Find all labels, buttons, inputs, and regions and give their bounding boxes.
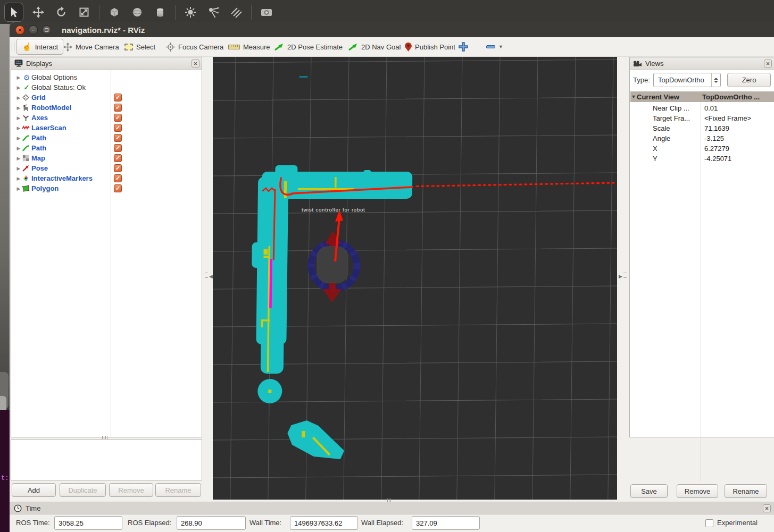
- focus-camera-tool[interactable]: Focus Camera: [166, 39, 223, 55]
- remove-tool-button[interactable]: ▼: [486, 39, 503, 55]
- path-enabled-checkbox[interactable]: ✓: [114, 134, 122, 142]
- robotmodel-enabled-checkbox[interactable]: ✓: [114, 104, 122, 112]
- close-panel-icon[interactable]: ✕: [764, 60, 772, 67]
- spinner-arrows-icon[interactable]: [711, 73, 720, 87]
- display-row-global-status[interactable]: ▶ ✓ Global Status: Ok: [15, 82, 86, 92]
- select-label: Select: [136, 43, 155, 51]
- display-row-grid[interactable]: ▶ Grid: [15, 92, 46, 103]
- views-panel-header[interactable]: Views ✕: [630, 57, 774, 70]
- directional-light-icon[interactable]: [228, 4, 244, 20]
- view-prop-value[interactable]: -3.125: [704, 134, 724, 142]
- display-row-global-options[interactable]: ▶ ⚙ Global Options: [15, 72, 77, 82]
- expand-arrow-icon[interactable]: ▶: [15, 186, 22, 191]
- close-panel-icon[interactable]: ✕: [192, 60, 199, 67]
- pose-enabled-checkbox[interactable]: ✓: [114, 164, 122, 172]
- rename-display-button[interactable]: Rename: [155, 483, 201, 497]
- displays-panel-header[interactable]: Displays ✕: [11, 57, 202, 70]
- view-prop-value[interactable]: -4.25071: [704, 155, 731, 163]
- translate-tool-icon[interactable]: [30, 4, 46, 20]
- ros-time-input[interactable]: [54, 516, 122, 530]
- pose-estimate-tool[interactable]: 2D Pose Estimate: [274, 39, 343, 55]
- sphere-shape-icon[interactable]: [129, 4, 145, 20]
- close-window-button[interactable]: ✕: [15, 26, 24, 35]
- box-shape-icon[interactable]: [106, 4, 122, 20]
- scale-tool-icon[interactable]: [76, 4, 92, 20]
- display-row-label: Global Status: Ok: [31, 83, 86, 91]
- current-view-row[interactable]: ▼ Current View TopDownOrtho ...: [630, 91, 774, 102]
- path-enabled-checkbox[interactable]: ✓: [114, 144, 122, 152]
- publish-point-tool[interactable]: Publish Point: [405, 39, 455, 55]
- nav-goal-tool[interactable]: 2D Nav Goal: [348, 39, 401, 55]
- display-row-robotmodel[interactable]: ▶ RobotModel: [15, 103, 71, 113]
- rotate-tool-icon[interactable]: [53, 4, 69, 20]
- interact-tool-button[interactable]: ☝ Interact: [16, 39, 63, 55]
- polygon-enabled-checkbox[interactable]: ✓: [114, 184, 122, 192]
- display-row-path[interactable]: ▶ Path: [15, 133, 46, 143]
- interactivemarkers-enabled-checkbox[interactable]: ✓: [114, 174, 122, 182]
- expand-arrow-icon[interactable]: ▶: [15, 136, 22, 141]
- views-column-divider[interactable]: [701, 102, 701, 482]
- select-tool[interactable]: Select: [124, 39, 155, 55]
- rename-view-button[interactable]: Rename: [725, 484, 767, 498]
- experimental-checkbox[interactable]: [705, 519, 713, 527]
- view-type-dropdown[interactable]: TopDownOrtho: [653, 73, 721, 87]
- spot-light-icon[interactable]: [205, 4, 221, 20]
- add-tool-button[interactable]: [458, 39, 469, 55]
- add-display-button[interactable]: Add: [12, 483, 56, 497]
- remove-display-button[interactable]: Remove: [109, 483, 153, 497]
- display-row-label: LaserScan: [31, 124, 66, 132]
- expand-arrow-icon[interactable]: ▶: [15, 156, 22, 161]
- ros-elapsed-input[interactable]: [177, 516, 246, 530]
- view-prop-value[interactable]: 6.27279: [704, 145, 729, 153]
- expand-arrow-icon[interactable]: ▶: [15, 146, 22, 151]
- display-row-polygon[interactable]: ▶ Polygon: [15, 183, 59, 193]
- display-row-axes[interactable]: ▶ Axes: [15, 113, 48, 123]
- wall-elapsed-input[interactable]: [412, 516, 480, 530]
- expand-arrow-icon[interactable]: ▶: [15, 105, 22, 111]
- duplicate-display-button[interactable]: Duplicate: [60, 483, 106, 497]
- display-row-laserscan[interactable]: ▶ LaserScan: [15, 123, 66, 133]
- display-row-path[interactable]: ▶ Path: [15, 143, 46, 153]
- remove-view-button[interactable]: Remove: [677, 484, 718, 498]
- left-dock-splitter[interactable]: ◀: [204, 273, 213, 279]
- grid-enabled-checkbox[interactable]: ✓: [114, 94, 122, 102]
- close-panel-icon[interactable]: ✕: [763, 504, 771, 512]
- map-enabled-checkbox[interactable]: ✓: [114, 154, 122, 162]
- column-divider[interactable]: [111, 70, 111, 437]
- display-row-pose[interactable]: ▶ Pose: [15, 163, 48, 173]
- expand-arrow-icon[interactable]: ▶: [15, 166, 22, 171]
- view-prop-value[interactable]: 71.1639: [704, 124, 729, 132]
- 3d-viewport[interactable]: twist controller for robot: [213, 57, 617, 500]
- laserscan-enabled-checkbox[interactable]: ✓: [114, 124, 122, 132]
- expand-arrow-icon[interactable]: ▶: [15, 75, 22, 80]
- time-panel-header[interactable]: Time ✕: [10, 502, 774, 514]
- expand-arrow-icon[interactable]: ▶: [15, 115, 22, 121]
- expand-arrow-icon[interactable]: ▶: [15, 125, 22, 131]
- expand-arrow-icon[interactable]: ▶: [15, 85, 22, 90]
- display-row-map[interactable]: ▶ Map: [15, 153, 45, 163]
- view-prop-value[interactable]: 0.01: [704, 104, 718, 112]
- titlebar[interactable]: ✕ − ❑ navigation.rviz* - RViz: [10, 22, 774, 37]
- point-light-icon[interactable]: [182, 4, 198, 20]
- move-camera-icon: [63, 43, 72, 52]
- collapse-arrow-icon[interactable]: ▼: [630, 94, 637, 99]
- select-arrow-icon[interactable]: [4, 3, 23, 22]
- measure-tool[interactable]: Measure: [228, 39, 270, 55]
- move-camera-tool[interactable]: Move Camera: [63, 39, 119, 55]
- axes-enabled-checkbox[interactable]: ✓: [114, 114, 122, 122]
- hand-pointer-icon: ☝: [22, 42, 32, 52]
- display-row-interactivemarkers[interactable]: ▶ InteractiveMarkers: [15, 173, 93, 183]
- toolbar-grip[interactable]: [12, 43, 14, 51]
- zero-button[interactable]: Zero: [727, 73, 771, 87]
- right-dock-splitter[interactable]: ▶: [619, 273, 628, 279]
- marker-label-text: twist controller for robot: [302, 207, 365, 213]
- expand-arrow-icon[interactable]: ▶: [15, 176, 22, 181]
- view-prop-value[interactable]: <Fixed Frame>: [704, 114, 751, 122]
- save-view-button[interactable]: Save: [630, 484, 668, 498]
- minimize-window-button[interactable]: −: [29, 26, 38, 35]
- expand-arrow-icon[interactable]: ▶: [15, 95, 22, 100]
- wall-time-input[interactable]: [290, 516, 358, 530]
- cylinder-shape-icon[interactable]: [152, 4, 168, 20]
- screenshot-camera-icon[interactable]: [259, 4, 274, 20]
- maximize-window-button[interactable]: ❑: [42, 26, 51, 35]
